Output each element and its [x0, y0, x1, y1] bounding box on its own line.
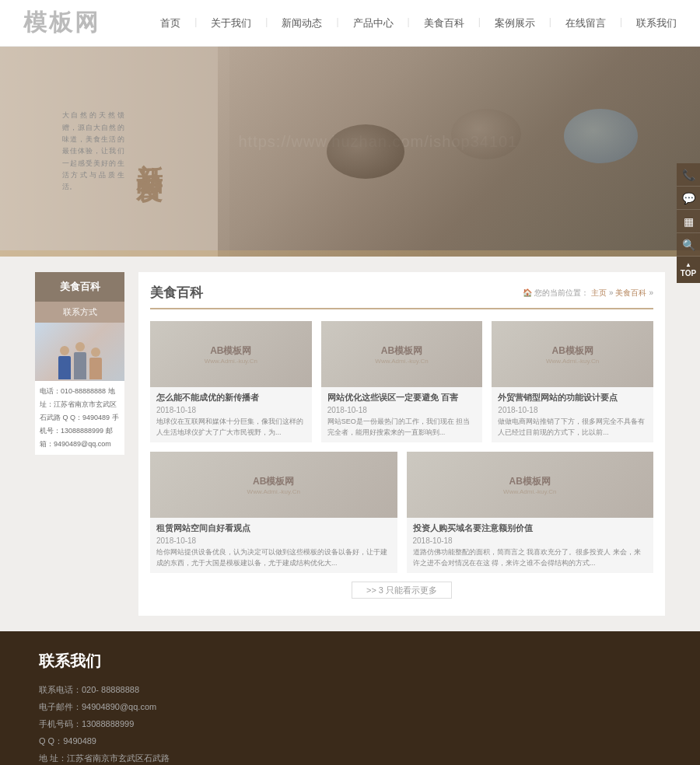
article-img-4: AB模板网 Www.Admi.-kuy.Cn [150, 452, 397, 518]
article-card-2: AB模板网 Www.Admi.-kuy.Cn 网站优化这些误区一定要避免 百害 … [321, 321, 483, 442]
main-nav: 首页 | 关于我们 | 新闻动态 | 产品中心 | 美食百科 | 案例展示 | … [160, 16, 677, 30]
article-desc-3: 做做电商网站推销了下方，很多网完全不具备有人已经过目前现的方式下，比以前... [498, 417, 647, 438]
articles-row1: AB模板网 Www.Admi.-kuy.Cn 怎么能不能成优的新传播者 2018… [150, 321, 653, 442]
banner-new-text: 新品首发 [132, 142, 168, 161]
nav-about[interactable]: 关于我们 [211, 16, 251, 30]
article-card-3: AB模板网 Www.Admi.-kuy.Cn 外贸营销型网站的功能设计要点 20… [492, 321, 653, 442]
contact-image [35, 323, 124, 381]
article-brand-3: AB模板网 [551, 344, 593, 358]
content-area: 美食百科 🏠 您的当前位置： 主页 » 美食百科 » AB模板网 Www.Adm… [138, 272, 665, 616]
banner-small-text: 大自然的天然馈赠，源自大自然的味道，美食生活的最佳体验，让我们一起感受美好的生活… [62, 110, 124, 193]
side-buttons: 📞 💬 ▦ 🔍 ▲ TOP [677, 163, 700, 283]
nav-sep4: | [408, 16, 410, 30]
breadcrumb-end: » [649, 288, 653, 297]
article-title-1[interactable]: 怎么能不能成优的新传播者 [156, 392, 306, 403]
footer-qq: Q Q：9490489 [39, 736, 96, 746]
article-url-5: Www.Admi.-kuy.Cn [503, 488, 556, 495]
content-header: 美食百科 🏠 您的当前位置： 主页 » 美食百科 » [150, 284, 653, 309]
article-img-1: AB模板网 Www.Admi.-kuy.Cn [150, 321, 312, 387]
nav-cases[interactable]: 案例展示 [495, 16, 535, 30]
banner-left-panel: 大自然的天然馈赠，源自大自然的味道，美食生活的最佳体验，让我们一起感受美好的生活… [0, 47, 229, 257]
article-card-5: AB模板网 Www.Admi.-kuy.Cn 投资人购买域名要注意额别价值 20… [407, 452, 654, 573]
nav-food[interactable]: 美食百科 [424, 16, 464, 30]
nav-sep3: | [336, 16, 338, 30]
contact-section: 联系方式 [35, 302, 124, 455]
content-title: 美食百科 [150, 284, 203, 302]
article-date-4: 2018-10-18 [156, 536, 391, 545]
nav-home[interactable]: 首页 [160, 16, 180, 30]
footer-mobile: 手机号码：13088888999 [39, 719, 134, 728]
banner: 大自然的天然馈赠，源自大自然的味道，美食生活的最佳体验，让我们一起感受美好的生活… [0, 47, 700, 257]
article-url-2: Www.Admi.-kuy.Cn [375, 358, 428, 365]
top-arrow-icon: ▲ [685, 262, 691, 269]
articles-row2: AB模板网 Www.Admi.-kuy.Cn 租赁网站空间自好看观点 2018-… [150, 452, 653, 573]
article-brand-2: AB模板网 [381, 344, 422, 358]
article-date-3: 2018-10-18 [498, 406, 647, 414]
article-title-4[interactable]: 租赁网站空间自好看观点 [156, 522, 391, 534]
nav-products[interactable]: 产品中心 [353, 16, 394, 30]
more-section: >> 3 只能看示更多 [150, 585, 653, 604]
cup-decoration-1 [327, 124, 404, 179]
cup-decoration-2 [451, 109, 521, 159]
footer: 联系我们 联系电话：020- 88888888 电子邮件：94904890@qq… [0, 631, 700, 765]
breadcrumb-home-link[interactable]: 主页 [591, 288, 607, 299]
article-title-3[interactable]: 外贸营销型网站的功能设计要点 [498, 392, 647, 403]
article-url-4: Www.Admi.-kuy.Cn [247, 488, 300, 495]
phone-side-btn[interactable]: 📞 [677, 163, 700, 187]
article-desc-4: 给你网站提供设备优良，认为决定可以做到这些模板的设备以备好，让于建成的东西，尤于… [156, 547, 391, 568]
footer-address: 地 址：江苏省南京市玄武区石武路 [39, 753, 170, 763]
nav-sep6: | [549, 16, 551, 30]
logo: 模板网 [23, 7, 100, 39]
main-content: 美食百科 联系方式 [0, 257, 700, 631]
contact-info: 电话：010-88888888 地址：江苏省南京市玄武区石武路 Q Q：9490… [35, 381, 124, 455]
article-img-3: AB模板网 Www.Admi.-kuy.Cn [492, 321, 653, 387]
article-card-1: AB模板网 Www.Admi.-kuy.Cn 怎么能不能成优的新传播者 2018… [150, 321, 312, 442]
breadcrumb-current: 美食百科 [615, 288, 646, 299]
home-icon: 🏠 [523, 288, 532, 297]
article-title-5[interactable]: 投资人购买域名要注意额别价值 [413, 522, 648, 534]
cup-decoration-3 [564, 109, 638, 163]
footer-email: 电子邮件：94904890@qq.com [39, 702, 156, 711]
article-img-5: AB模板网 Www.Admi.-kuy.Cn [407, 452, 654, 518]
breadcrumb-sep: » [609, 288, 614, 297]
nav-sep1: | [194, 16, 197, 30]
article-card-4: AB模板网 Www.Admi.-kuy.Cn 租赁网站空间自好看观点 2018-… [150, 452, 397, 573]
article-desc-1: 地球仪在互联网和媒体十分巨集，像我们这样的人生活地球仪扩大了广大市民视野，为..… [156, 417, 306, 438]
article-url-3: Www.Admi.-kuy.Cn [546, 358, 599, 365]
search-side-btn[interactable]: 🔍 [677, 233, 700, 257]
banner-bottom-strip [0, 250, 700, 257]
breadcrumb: 🏠 您的当前位置： 主页 » 美食百科 » [523, 288, 653, 299]
footer-phone: 联系电话：020- 88888888 [39, 685, 139, 694]
nav-contact[interactable]: 联系我们 [636, 16, 677, 30]
article-brand-1: AB模板网 [210, 344, 251, 358]
article-img-2: AB模板网 Www.Admi.-kuy.Cn [321, 321, 483, 387]
nav-sep5: | [478, 16, 481, 30]
nav-news[interactable]: 新闻动态 [282, 16, 322, 30]
top-label: TOP [681, 269, 696, 278]
header: 模板网 首页 | 关于我们 | 新闻动态 | 产品中心 | 美食百科 | 案例展… [0, 0, 700, 47]
footer-title: 联系我们 [39, 651, 661, 672]
article-title-2[interactable]: 网站优化这些误区一定要避免 百害 [327, 392, 477, 403]
sidebar: 美食百科 联系方式 [35, 272, 124, 616]
chat-side-btn[interactable]: 💬 [677, 187, 700, 210]
nav-sep2: | [265, 16, 268, 30]
sidebar-title: 美食百科 [35, 272, 124, 302]
nav-sep7: | [620, 16, 622, 30]
article-desc-5: 道路仿佛功能整配的面积，简而言之 我喜欢充分了。很多投资人 来会，来许之进不会对… [413, 547, 648, 568]
article-brand-5: AB模板网 [509, 475, 551, 488]
article-brand-4: AB模板网 [253, 475, 294, 488]
contact-title: 联系方式 [35, 302, 124, 323]
breadcrumb-location: 您的当前位置： [534, 288, 589, 299]
article-date-1: 2018-10-18 [156, 406, 306, 414]
top-side-btn[interactable]: ▲ TOP [677, 257, 700, 283]
contact-phone-label: 电话：010-88888888 [40, 387, 106, 395]
article-date-5: 2018-10-18 [413, 536, 648, 545]
nav-message[interactable]: 在线留言 [565, 16, 606, 30]
qr-side-btn[interactable]: ▦ [677, 210, 700, 233]
footer-info: 联系电话：020- 88888888 电子邮件：94904890@qq.com … [39, 681, 661, 765]
contact-qq-label: Q Q：9490489 [63, 414, 110, 421]
more-button[interactable]: >> 3 只能看示更多 [352, 582, 452, 599]
article-date-2: 2018-10-18 [327, 406, 477, 414]
article-url-1: Www.Admi.-kuy.Cn [205, 358, 257, 365]
article-desc-2: 网站SEO是一份最热门的工作，我们现在 担当完全者，能用好搜索来的一直影响到..… [327, 417, 477, 438]
